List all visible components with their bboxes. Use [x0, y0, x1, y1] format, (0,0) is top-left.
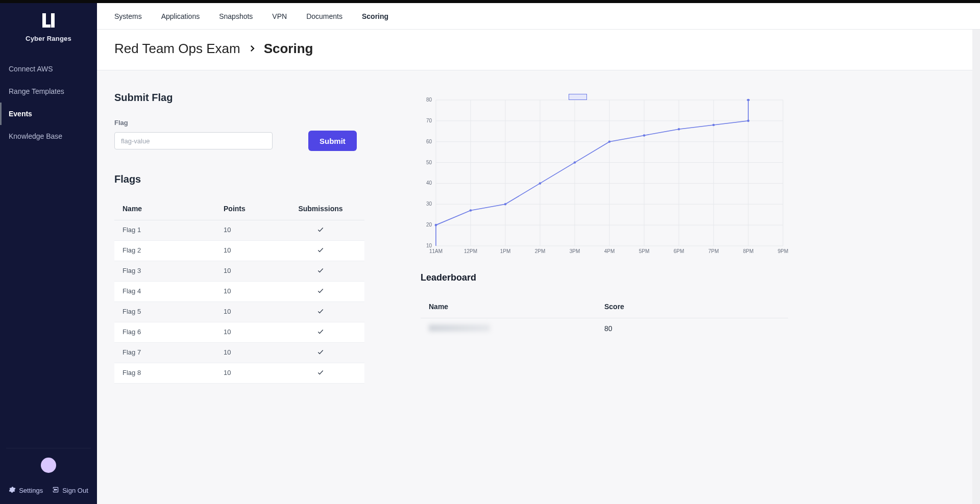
svg-text:2PM: 2PM [535, 248, 546, 254]
main: Systems Applications Snapshots VPN Docum… [97, 0, 980, 504]
cell-points: 10 [224, 328, 285, 337]
svg-text:70: 70 [426, 118, 432, 123]
svg-text:11AM: 11AM [429, 248, 443, 254]
svg-text:8PM: 8PM [743, 248, 754, 254]
brand-logo-icon [38, 12, 59, 30]
cell-points: 10 [224, 267, 285, 275]
scrollbar-gutter [972, 3, 980, 504]
sidebar-item-range-templates[interactable]: Range Templates [0, 80, 97, 103]
table-row: Flag 210 [114, 241, 364, 261]
cell-name: Flag 7 [122, 348, 224, 357]
submit-button[interactable]: Submit [308, 131, 357, 151]
cell-points: 10 [224, 369, 285, 377]
submit-flag-title: Submit Flag [114, 92, 390, 104]
sidebar: Cyber Ranges Connect AWS Range Templates… [0, 0, 97, 504]
tab-vpn[interactable]: VPN [272, 3, 287, 30]
signout-icon [52, 486, 59, 495]
leaderboard-head: Name Score [421, 295, 788, 318]
check-icon [317, 226, 324, 233]
tab-systems[interactable]: Systems [114, 3, 142, 30]
svg-text:9PM: 9PM [778, 248, 788, 254]
window-top-strip [0, 0, 980, 3]
score-chart: 102030405060708011AM12PM1PM2PM3PM4PM5PM6… [421, 92, 788, 260]
flag-input-label: Flag [114, 119, 390, 127]
cell-submission [285, 287, 356, 296]
cell-name: Flag 4 [122, 287, 224, 296]
check-icon [317, 246, 324, 254]
svg-point-43 [504, 203, 507, 206]
check-icon [317, 287, 324, 294]
svg-point-47 [643, 134, 646, 137]
svg-point-48 [678, 128, 680, 131]
left-column: Submit Flag Flag Submit Flags Name Point… [114, 92, 390, 384]
sidebar-item-knowledge-base[interactable]: Knowledge Base [0, 125, 97, 147]
brand-name: Cyber Ranges [5, 35, 92, 42]
table-row: Flag 810 [114, 363, 364, 384]
content: Submit Flag Flag Submit Flags Name Point… [97, 70, 980, 404]
lb-score: 80 [604, 324, 780, 333]
avatar[interactable] [41, 458, 56, 473]
leaderboard-title: Leaderboard [421, 272, 963, 283]
svg-text:5PM: 5PM [639, 248, 650, 254]
svg-text:3PM: 3PM [570, 248, 580, 254]
cell-submission [285, 267, 356, 275]
app-root: Cyber Ranges Connect AWS Range Templates… [0, 0, 980, 504]
svg-rect-0 [42, 13, 46, 24]
lb-col-score: Score [604, 303, 780, 311]
flag-input[interactable] [114, 132, 273, 149]
svg-text:60: 60 [426, 139, 432, 144]
tab-snapshots[interactable]: Snapshots [219, 3, 253, 30]
chevron-right-icon [248, 41, 257, 57]
lb-col-name: Name [429, 303, 604, 311]
leaderboard-row: 80 [421, 318, 788, 339]
sidebar-item-connect-aws[interactable]: Connect AWS [0, 58, 97, 80]
svg-text:1PM: 1PM [500, 248, 511, 254]
tab-documents[interactable]: Documents [306, 3, 342, 30]
breadcrumb: Red Team Ops Exam Scoring [114, 41, 963, 57]
cell-submission [285, 369, 356, 377]
settings-link[interactable]: Settings [9, 486, 43, 495]
chart-legend-swatch [569, 94, 587, 100]
cell-submission [285, 246, 356, 255]
svg-text:10: 10 [426, 243, 432, 248]
cell-name: Flag 3 [122, 267, 224, 275]
cell-points: 10 [224, 308, 285, 316]
sidebar-brand: Cyber Ranges [0, 0, 97, 53]
table-row: Flag 410 [114, 282, 364, 302]
svg-point-50 [747, 120, 750, 122]
flags-title: Flags [114, 173, 390, 185]
svg-point-42 [470, 209, 472, 212]
signout-label: Sign Out [62, 487, 88, 494]
cell-submission [285, 348, 356, 357]
gear-icon [9, 486, 16, 495]
table-row: Flag 710 [114, 343, 364, 363]
sidebar-bottom: Settings Sign Out [0, 448, 97, 504]
table-row: Flag 110 [114, 220, 364, 241]
svg-point-44 [539, 182, 542, 185]
svg-text:6PM: 6PM [674, 248, 684, 254]
svg-text:20: 20 [426, 222, 432, 228]
tab-applications[interactable]: Applications [161, 3, 200, 30]
col-name: Name [122, 205, 224, 213]
breadcrumb-root[interactable]: Red Team Ops Exam [114, 41, 240, 57]
leaderboard-table: Name Score 80 [421, 295, 788, 339]
breadcrumb-current: Scoring [264, 41, 313, 57]
signout-link[interactable]: Sign Out [52, 486, 88, 495]
svg-text:40: 40 [426, 180, 432, 186]
svg-text:50: 50 [426, 160, 432, 165]
sidebar-item-events[interactable]: Events [0, 103, 97, 125]
right-column: 102030405060708011AM12PM1PM2PM3PM4PM5PM6… [421, 92, 963, 384]
svg-text:12PM: 12PM [464, 248, 477, 254]
check-icon [317, 267, 324, 274]
tab-scoring[interactable]: Scoring [362, 3, 388, 30]
flags-table: Name Points Submissions Flag 110Flag 210… [114, 197, 364, 384]
flag-input-row: Submit [114, 131, 390, 151]
cell-points: 10 [224, 348, 285, 357]
svg-text:7PM: 7PM [708, 248, 719, 254]
topnav: Systems Applications Snapshots VPN Docum… [97, 3, 980, 30]
check-icon [317, 328, 324, 335]
sidebar-actions: Settings Sign Out [0, 481, 97, 504]
svg-rect-2 [42, 24, 51, 28]
svg-point-46 [608, 140, 611, 143]
svg-point-41 [435, 224, 437, 226]
